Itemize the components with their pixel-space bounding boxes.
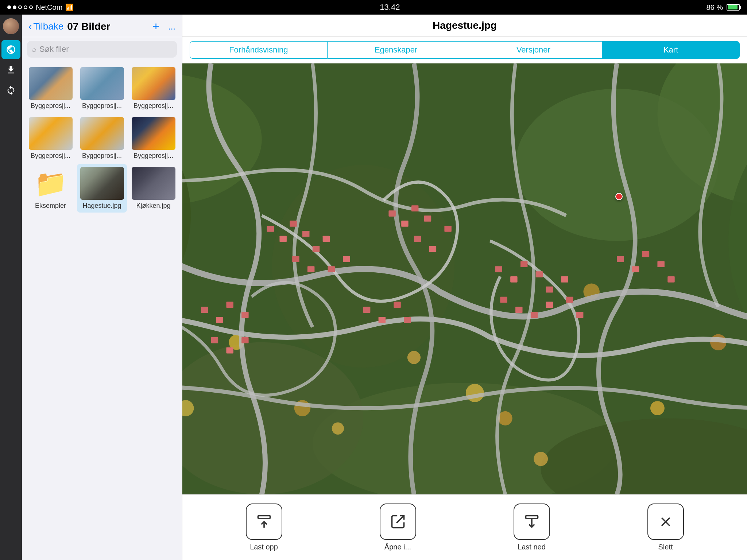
svg-rect-44 [520, 261, 527, 267]
svg-rect-69 [667, 276, 674, 283]
content-title: Hagestue.jpg [433, 20, 497, 31]
download-action-icon [524, 514, 540, 530]
openin-button[interactable]: Åpne i... [372, 503, 423, 551]
content-header: Hagestue.jpg [182, 15, 747, 37]
svg-rect-46 [546, 287, 553, 293]
svg-rect-37 [411, 205, 418, 211]
svg-rect-68 [657, 261, 664, 267]
list-item[interactable]: Byggeprosjj... [26, 114, 76, 163]
svg-rect-38 [424, 215, 431, 222]
svg-rect-66 [632, 266, 639, 272]
tab-map[interactable]: Kart [602, 41, 740, 59]
carrier-label: NetCom [36, 3, 62, 12]
svg-point-19 [407, 351, 421, 364]
svg-rect-53 [576, 312, 583, 318]
svg-rect-58 [211, 337, 218, 343]
svg-rect-54 [201, 307, 208, 313]
svg-rect-35 [388, 210, 395, 217]
status-right: 86 % [706, 3, 740, 12]
search-input[interactable]: Søk filer [39, 44, 69, 54]
status-time: 13.42 [380, 3, 400, 12]
file-name: Byggeprosjj... [31, 102, 70, 110]
dot1 [7, 5, 11, 9]
search-icon: ⌕ [32, 45, 36, 54]
svg-rect-41 [444, 226, 451, 232]
folder-title: 07 Bilder [67, 21, 149, 32]
svg-rect-45 [536, 271, 543, 277]
file-thumbnail [80, 167, 124, 200]
tab-versions[interactable]: Versjoner [465, 41, 603, 59]
more-button[interactable]: ... [168, 22, 175, 32]
svg-rect-67 [642, 251, 649, 257]
share-sidebar-icon [6, 85, 16, 96]
file-name: Byggeprosjj... [31, 152, 70, 160]
file-panel: ‹ Tilbake 07 Bilder + ... ⌕ Søk filer By… [22, 15, 182, 560]
list-item[interactable]: Byggeprosjj... [77, 64, 127, 113]
sidebar [0, 15, 22, 560]
sidebar-item-share[interactable] [1, 81, 20, 100]
svg-rect-36 [401, 221, 408, 227]
svg-point-9 [515, 89, 718, 241]
svg-rect-65 [617, 256, 624, 262]
svg-rect-33 [328, 266, 335, 272]
content-panel: Hagestue.jpg Forhåndsvisning Egenskaper … [182, 15, 747, 560]
download-button[interactable]: Last ned [506, 503, 557, 551]
upload-icon-box [246, 503, 282, 540]
svg-rect-61 [363, 307, 370, 313]
back-label[interactable]: Tilbake [33, 21, 63, 32]
svg-rect-63 [394, 302, 400, 308]
file-thumbnail [132, 117, 175, 150]
dot3 [18, 5, 22, 9]
svg-rect-64 [404, 317, 411, 323]
upload-button[interactable]: Last opp [239, 503, 290, 551]
action-bar: Last opp Åpne i... [182, 494, 747, 560]
file-thumbnail [132, 67, 175, 100]
tab-preview[interactable]: Forhåndsvisning [190, 41, 328, 59]
file-grid: Byggeprosjj... Byggeprosjj... Byggeprosj… [22, 61, 182, 560]
avatar[interactable] [3, 18, 19, 34]
file-panel-header: ‹ Tilbake 07 Bilder + ... [22, 15, 182, 37]
globe-icon [6, 44, 16, 55]
download-sidebar-icon [6, 65, 16, 75]
svg-rect-29 [313, 246, 320, 252]
svg-point-24 [534, 452, 548, 466]
file-name: Hagestue.jpg [82, 202, 121, 210]
tab-properties[interactable]: Egenskaper [328, 41, 465, 59]
status-bar: NetCom 📶 13.42 86 % [0, 0, 747, 15]
openin-icon-box [380, 503, 416, 540]
download-icon-box [514, 503, 550, 540]
list-item[interactable]: Byggeprosjj... [26, 64, 76, 113]
svg-rect-52 [566, 297, 573, 303]
svg-rect-56 [226, 302, 233, 308]
svg-rect-57 [241, 312, 248, 318]
svg-rect-60 [241, 337, 248, 343]
sidebar-item-download[interactable] [1, 61, 20, 79]
list-item[interactable]: Kjøkken.jpg [128, 164, 178, 213]
file-name: Eksempler [35, 202, 66, 210]
battery-percent: 86 % [706, 3, 723, 12]
list-item[interactable]: 📁 Eksempler [26, 164, 76, 213]
search-bar[interactable]: ⌕ Søk filer [27, 41, 177, 58]
sidebar-item-globe[interactable] [1, 40, 20, 59]
svg-rect-43 [510, 276, 517, 283]
list-item[interactable]: Byggeprosjj... [128, 64, 178, 113]
map-view[interactable]: Rettigheter [182, 63, 747, 494]
dot5 [29, 5, 33, 9]
svg-rect-31 [292, 256, 299, 262]
list-item[interactable]: Byggeprosjj... [128, 114, 178, 163]
back-button[interactable]: ‹ Tilbake [28, 21, 63, 32]
add-button[interactable]: + [152, 20, 159, 33]
svg-rect-62 [379, 317, 386, 323]
svg-point-13 [332, 423, 344, 435]
svg-rect-39 [414, 236, 421, 242]
svg-rect-51 [546, 302, 553, 308]
file-name: Byggeprosjj... [133, 152, 173, 160]
dot4 [24, 5, 27, 9]
list-item[interactable]: Hagestue.jpg [77, 164, 127, 213]
svg-rect-40 [429, 246, 436, 252]
file-thumbnail [80, 117, 124, 150]
list-item[interactable]: Byggeprosjj... [77, 114, 127, 163]
delete-button[interactable]: Slett [640, 503, 691, 551]
delete-icon [658, 514, 674, 530]
file-thumbnail [29, 67, 73, 100]
